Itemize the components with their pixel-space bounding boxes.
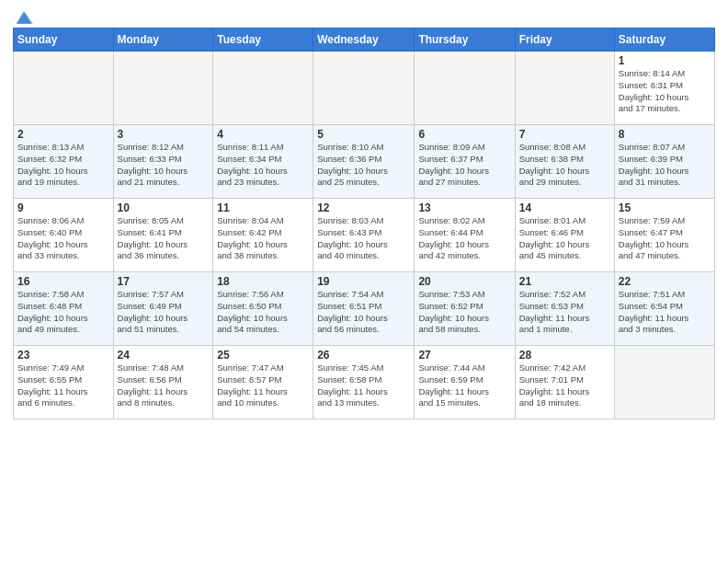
- calendar-cell: [313, 52, 415, 125]
- logo: [13, 9, 33, 22]
- calendar-cell: 5Sunrise: 8:10 AM Sunset: 6:36 PM Daylig…: [313, 125, 415, 199]
- day-info: Sunrise: 8:03 AM Sunset: 6:43 PM Dayligh…: [317, 215, 410, 262]
- day-info: Sunrise: 8:02 AM Sunset: 6:44 PM Dayligh…: [418, 215, 510, 262]
- day-number: 13: [418, 201, 510, 214]
- day-info: Sunrise: 8:09 AM Sunset: 6:37 PM Dayligh…: [418, 142, 510, 189]
- calendar-cell: 16Sunrise: 7:58 AM Sunset: 6:48 PM Dayli…: [14, 272, 114, 346]
- day-number: 23: [17, 349, 109, 362]
- calendar-cell: 28Sunrise: 7:42 AM Sunset: 7:01 PM Dayli…: [515, 346, 614, 419]
- day-info: Sunrise: 7:48 AM Sunset: 6:56 PM Dayligh…: [118, 362, 210, 409]
- day-number: 4: [217, 128, 309, 141]
- day-number: 15: [619, 201, 711, 214]
- calendar-cell: 11Sunrise: 8:04 AM Sunset: 6:42 PM Dayli…: [213, 199, 313, 272]
- calendar-cell: [113, 52, 213, 125]
- day-info: Sunrise: 8:07 AM Sunset: 6:39 PM Dayligh…: [619, 142, 711, 189]
- calendar-cell: 26Sunrise: 7:45 AM Sunset: 6:58 PM Dayli…: [313, 346, 415, 419]
- calendar-cell: 21Sunrise: 7:52 AM Sunset: 6:53 PM Dayli…: [515, 272, 614, 346]
- calendar-cell: 12Sunrise: 8:03 AM Sunset: 6:43 PM Dayli…: [313, 199, 415, 272]
- calendar-week-row: 23Sunrise: 7:49 AM Sunset: 6:55 PM Dayli…: [14, 346, 715, 419]
- calendar-cell: 4Sunrise: 8:11 AM Sunset: 6:34 PM Daylig…: [213, 125, 313, 199]
- day-number: 17: [118, 275, 210, 288]
- calendar-cell: [415, 52, 515, 125]
- day-info: Sunrise: 8:06 AM Sunset: 6:40 PM Dayligh…: [17, 215, 109, 262]
- day-number: 27: [418, 349, 510, 362]
- calendar-cell: 15Sunrise: 7:59 AM Sunset: 6:47 PM Dayli…: [614, 199, 714, 272]
- day-number: 5: [317, 128, 410, 141]
- calendar-cell: 9Sunrise: 8:06 AM Sunset: 6:40 PM Daylig…: [14, 199, 114, 272]
- calendar-cell: [614, 346, 714, 419]
- day-number: 20: [418, 275, 510, 288]
- calendar-cell: 18Sunrise: 7:56 AM Sunset: 6:50 PM Dayli…: [213, 272, 313, 346]
- calendar-cell: 2Sunrise: 8:13 AM Sunset: 6:32 PM Daylig…: [14, 125, 114, 199]
- day-number: 3: [118, 128, 210, 141]
- weekday-header-row: SundayMondayTuesdayWednesdayThursdayFrid…: [14, 29, 715, 52]
- day-number: 25: [217, 349, 309, 362]
- day-number: 1: [619, 54, 711, 67]
- day-info: Sunrise: 7:44 AM Sunset: 6:59 PM Dayligh…: [418, 362, 510, 409]
- day-number: 22: [619, 275, 711, 288]
- day-info: Sunrise: 7:47 AM Sunset: 6:57 PM Dayligh…: [217, 362, 309, 409]
- day-number: 18: [217, 275, 309, 288]
- calendar-cell: 1Sunrise: 8:14 AM Sunset: 6:31 PM Daylig…: [614, 52, 714, 125]
- day-number: 7: [519, 128, 610, 141]
- calendar-cell: 17Sunrise: 7:57 AM Sunset: 6:49 PM Dayli…: [113, 272, 213, 346]
- calendar-cell: 20Sunrise: 7:53 AM Sunset: 6:52 PM Dayli…: [415, 272, 515, 346]
- day-info: Sunrise: 8:08 AM Sunset: 6:38 PM Dayligh…: [519, 142, 610, 189]
- day-number: 10: [118, 201, 210, 214]
- day-info: Sunrise: 7:53 AM Sunset: 6:52 PM Dayligh…: [418, 289, 510, 336]
- day-info: Sunrise: 8:05 AM Sunset: 6:41 PM Dayligh…: [118, 215, 210, 262]
- calendar-cell: 22Sunrise: 7:51 AM Sunset: 6:54 PM Dayli…: [614, 272, 714, 346]
- calendar-week-row: 2Sunrise: 8:13 AM Sunset: 6:32 PM Daylig…: [14, 125, 715, 199]
- day-info: Sunrise: 7:54 AM Sunset: 6:51 PM Dayligh…: [317, 289, 410, 336]
- weekday-header-tuesday: Tuesday: [213, 29, 313, 52]
- calendar-cell: 14Sunrise: 8:01 AM Sunset: 6:46 PM Dayli…: [515, 199, 614, 272]
- day-number: 11: [217, 201, 309, 214]
- calendar-cell: [14, 52, 114, 125]
- day-info: Sunrise: 7:59 AM Sunset: 6:47 PM Dayligh…: [619, 215, 711, 262]
- calendar-cell: [515, 52, 614, 125]
- day-number: 28: [519, 349, 610, 362]
- day-info: Sunrise: 7:52 AM Sunset: 6:53 PM Dayligh…: [519, 289, 610, 336]
- calendar-week-row: 1Sunrise: 8:14 AM Sunset: 6:31 PM Daylig…: [14, 52, 715, 125]
- day-number: 16: [17, 275, 109, 288]
- calendar-cell: 10Sunrise: 8:05 AM Sunset: 6:41 PM Dayli…: [113, 199, 213, 272]
- day-number: 12: [317, 201, 410, 214]
- day-info: Sunrise: 7:58 AM Sunset: 6:48 PM Dayligh…: [17, 289, 109, 336]
- day-number: 6: [418, 128, 510, 141]
- calendar-cell: 23Sunrise: 7:49 AM Sunset: 6:55 PM Dayli…: [14, 346, 114, 419]
- day-info: Sunrise: 7:49 AM Sunset: 6:55 PM Dayligh…: [17, 362, 109, 409]
- calendar-cell: 3Sunrise: 8:12 AM Sunset: 6:33 PM Daylig…: [113, 125, 213, 199]
- header: [13, 9, 715, 22]
- day-number: 26: [317, 349, 410, 362]
- page-container: SundayMondayTuesdayWednesdayThursdayFrid…: [0, 0, 728, 427]
- day-number: 19: [317, 275, 410, 288]
- day-info: Sunrise: 7:42 AM Sunset: 7:01 PM Dayligh…: [519, 362, 610, 409]
- day-number: 2: [17, 128, 109, 141]
- calendar-cell: 7Sunrise: 8:08 AM Sunset: 6:38 PM Daylig…: [515, 125, 614, 199]
- calendar-table: SundayMondayTuesdayWednesdayThursdayFrid…: [13, 28, 715, 419]
- calendar-cell: [213, 52, 313, 125]
- day-info: Sunrise: 7:56 AM Sunset: 6:50 PM Dayligh…: [217, 289, 309, 336]
- day-info: Sunrise: 8:10 AM Sunset: 6:36 PM Dayligh…: [317, 142, 410, 189]
- day-number: 8: [619, 128, 711, 141]
- calendar-cell: 25Sunrise: 7:47 AM Sunset: 6:57 PM Dayli…: [213, 346, 313, 419]
- day-info: Sunrise: 8:11 AM Sunset: 6:34 PM Dayligh…: [217, 142, 309, 189]
- calendar-cell: 27Sunrise: 7:44 AM Sunset: 6:59 PM Dayli…: [415, 346, 515, 419]
- day-info: Sunrise: 7:57 AM Sunset: 6:49 PM Dayligh…: [118, 289, 210, 336]
- weekday-header-sunday: Sunday: [14, 29, 114, 52]
- calendar-cell: 19Sunrise: 7:54 AM Sunset: 6:51 PM Dayli…: [313, 272, 415, 346]
- day-info: Sunrise: 8:13 AM Sunset: 6:32 PM Dayligh…: [17, 142, 109, 189]
- day-info: Sunrise: 8:04 AM Sunset: 6:42 PM Dayligh…: [217, 215, 309, 262]
- logo-icon: [15, 9, 33, 26]
- day-info: Sunrise: 7:45 AM Sunset: 6:58 PM Dayligh…: [317, 362, 410, 409]
- day-info: Sunrise: 8:14 AM Sunset: 6:31 PM Dayligh…: [619, 68, 711, 115]
- calendar-cell: 24Sunrise: 7:48 AM Sunset: 6:56 PM Dayli…: [113, 346, 213, 419]
- day-info: Sunrise: 8:12 AM Sunset: 6:33 PM Dayligh…: [118, 142, 210, 189]
- day-number: 24: [118, 349, 210, 362]
- day-number: 21: [519, 275, 610, 288]
- calendar-cell: 8Sunrise: 8:07 AM Sunset: 6:39 PM Daylig…: [614, 125, 714, 199]
- calendar-cell: 13Sunrise: 8:02 AM Sunset: 6:44 PM Dayli…: [415, 199, 515, 272]
- day-number: 9: [17, 201, 109, 214]
- calendar-week-row: 16Sunrise: 7:58 AM Sunset: 6:48 PM Dayli…: [14, 272, 715, 346]
- weekday-header-saturday: Saturday: [614, 29, 714, 52]
